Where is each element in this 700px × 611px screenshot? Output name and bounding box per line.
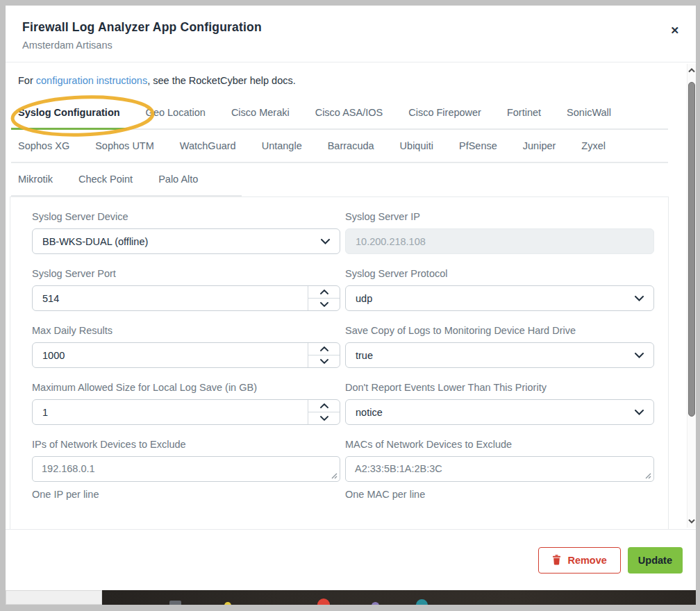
syslog-server-protocol-select[interactable]: udp bbox=[345, 285, 654, 311]
field-label: IPs of Network Devices to Exclude bbox=[32, 439, 340, 450]
stepper-down-button[interactable] bbox=[308, 412, 340, 424]
textarea-value: A2:33:5B:1A:2B:3C bbox=[355, 463, 442, 474]
syslog-server-ip-input: 10.200.218.108 bbox=[345, 228, 654, 254]
scrollbar-thumb[interactable] bbox=[688, 82, 695, 417]
tab-sophos-xg[interactable]: Sophos XG bbox=[11, 130, 76, 162]
close-icon[interactable]: ✕ bbox=[667, 22, 682, 38]
helper-text: One MAC per line bbox=[345, 489, 654, 500]
excluded-ips-textarea[interactable]: 192.168.0.1 bbox=[32, 456, 340, 482]
modal-subtitle: Amsterdam Artisans bbox=[22, 40, 679, 51]
remove-button[interactable]: Remove bbox=[538, 547, 620, 574]
taskbar-app-icon bbox=[416, 599, 428, 605]
trash-icon bbox=[552, 555, 561, 565]
screen: Firewall Log Analyzer App Configuration … bbox=[0, 0, 700, 611]
tab-cisco-asa-ios[interactable]: Cisco ASA/IOS bbox=[308, 97, 390, 128]
excluded-ips-field: IPs of Network Devices to Exclude 192.16… bbox=[32, 439, 340, 500]
intro-suffix: , see the RocketCyber help docs. bbox=[147, 75, 296, 86]
select-value: BB-WKS-DUAL (offline) bbox=[33, 236, 321, 247]
resize-handle-icon[interactable] bbox=[331, 473, 338, 479]
tab-content-panel: Syslog Server Device BB-WKS-DUAL (offlin… bbox=[10, 196, 669, 529]
tab-fortinet[interactable]: Fortinet bbox=[500, 97, 548, 128]
min-priority-select[interactable]: notice bbox=[345, 399, 654, 425]
taskbar-app-icon bbox=[169, 601, 181, 605]
stepper-down-button[interactable] bbox=[308, 299, 340, 310]
tab-ubiquiti[interactable]: Ubiquiti bbox=[393, 130, 440, 162]
taskbar-app-icon bbox=[372, 602, 379, 605]
resize-handle-icon[interactable] bbox=[645, 473, 651, 479]
tab-mikrotik[interactable]: Mikrotik bbox=[11, 163, 60, 195]
taskbar-app-icon bbox=[317, 599, 330, 605]
save-copy-of-logs-select[interactable]: true bbox=[345, 342, 654, 368]
max-daily-results-input[interactable]: 1000 bbox=[32, 342, 340, 368]
tab-cisco-firepower[interactable]: Cisco Firepower bbox=[401, 97, 488, 128]
tab-barracuda[interactable]: Barracuda bbox=[321, 130, 381, 162]
field-label: Don't Report Events Lower Than This Prio… bbox=[345, 382, 654, 393]
modal-header: Firewall Log Analyzer App Configuration … bbox=[6, 6, 696, 62]
modal-footer: Remove Update bbox=[6, 529, 696, 590]
number-stepper bbox=[308, 400, 340, 424]
input-value: 1000 bbox=[33, 350, 308, 361]
excluded-macs-textarea[interactable]: A2:33:5B:1A:2B:3C bbox=[345, 456, 654, 482]
field-label: Syslog Server Protocol bbox=[345, 268, 654, 279]
remove-button-label: Remove bbox=[567, 555, 606, 566]
max-local-log-size-field: Maximum Allowed Size for Local Log Save … bbox=[32, 382, 340, 425]
scrollbar-up-arrow[interactable] bbox=[688, 68, 696, 73]
tab-geo-location[interactable]: Geo Location bbox=[139, 97, 212, 128]
tabs-row-1: Syslog Configuration Geo Location Cisco … bbox=[11, 97, 668, 130]
select-value: notice bbox=[346, 407, 635, 418]
tabs-row-3: Mikrotik Check Point Palo Alto bbox=[11, 163, 242, 196]
taskbar-dark-panel bbox=[102, 590, 696, 605]
input-value: 10.200.218.108 bbox=[346, 236, 653, 247]
textarea-value: 192.168.0.1 bbox=[42, 463, 95, 474]
number-stepper bbox=[308, 286, 340, 310]
field-label: Syslog Server Port bbox=[32, 268, 340, 279]
page-title: Firewall Log Analyzer App Configuration bbox=[22, 20, 679, 35]
tab-check-point[interactable]: Check Point bbox=[72, 163, 140, 195]
chevron-down-icon bbox=[320, 302, 328, 307]
syslog-server-device-field: Syslog Server Device BB-WKS-DUAL (offlin… bbox=[32, 211, 340, 254]
tab-cisco-meraki[interactable]: Cisco Meraki bbox=[224, 97, 297, 128]
syslog-server-ip-field: Syslog Server IP 10.200.218.108 bbox=[345, 211, 654, 254]
configuration-instructions-link[interactable]: configuration instructions bbox=[36, 75, 147, 86]
tab-untangle[interactable]: Untangle bbox=[255, 130, 309, 162]
chevron-up-icon bbox=[320, 346, 328, 351]
update-button[interactable]: Update bbox=[628, 547, 683, 574]
excluded-macs-field: MACs of Network Devices to Exclude A2:33… bbox=[345, 439, 654, 500]
syslog-server-device-select[interactable]: BB-WKS-DUAL (offline) bbox=[32, 228, 340, 254]
tab-juniper[interactable]: Juniper bbox=[516, 130, 563, 162]
chevron-up-icon bbox=[320, 403, 328, 408]
tab-palo-alto[interactable]: Palo Alto bbox=[151, 163, 205, 195]
input-value: 1 bbox=[33, 407, 308, 418]
chevron-down-icon bbox=[635, 410, 644, 415]
intro-prefix: For bbox=[18, 75, 36, 86]
field-label: Syslog Server IP bbox=[345, 211, 654, 222]
chevron-down-icon bbox=[635, 296, 644, 301]
chevron-down-icon bbox=[321, 239, 330, 244]
select-value: udp bbox=[346, 293, 635, 304]
tab-pfsense[interactable]: PfSense bbox=[452, 130, 504, 162]
chevron-up-icon bbox=[320, 290, 328, 294]
field-label: Maximum Allowed Size for Local Log Save … bbox=[32, 382, 340, 393]
tabs-row-2: Sophos XG Sophos UTM WatchGuard Untangle… bbox=[11, 130, 668, 163]
tab-syslog-configuration[interactable]: Syslog Configuration bbox=[11, 97, 127, 128]
scrollbar-down-arrow[interactable] bbox=[688, 519, 696, 524]
tab-zyxel[interactable]: Zyxel bbox=[574, 130, 612, 162]
chevron-down-icon bbox=[320, 416, 328, 421]
input-value: 514 bbox=[33, 293, 308, 304]
chevron-down-icon bbox=[635, 353, 644, 358]
syslog-server-port-input[interactable]: 514 bbox=[32, 285, 340, 311]
tab-sonicwall[interactable]: SonicWall bbox=[560, 97, 618, 128]
tab-sophos-utm[interactable]: Sophos UTM bbox=[88, 130, 161, 162]
scrollbar[interactable] bbox=[687, 64, 696, 528]
field-label: MACs of Network Devices to Exclude bbox=[345, 439, 654, 450]
field-label: Max Daily Results bbox=[32, 325, 340, 336]
tab-watchguard[interactable]: WatchGuard bbox=[173, 130, 243, 162]
save-copy-of-logs-field: Save Copy of Logs to Monitoring Device H… bbox=[345, 325, 654, 368]
stepper-up-button[interactable] bbox=[308, 286, 340, 299]
max-local-log-size-input[interactable]: 1 bbox=[32, 399, 340, 425]
stepper-down-button[interactable] bbox=[308, 355, 340, 367]
stepper-up-button[interactable] bbox=[308, 400, 340, 412]
helper-text: One IP per line bbox=[32, 489, 340, 500]
stepper-up-button[interactable] bbox=[308, 343, 340, 355]
min-priority-field: Don't Report Events Lower Than This Prio… bbox=[345, 382, 654, 425]
